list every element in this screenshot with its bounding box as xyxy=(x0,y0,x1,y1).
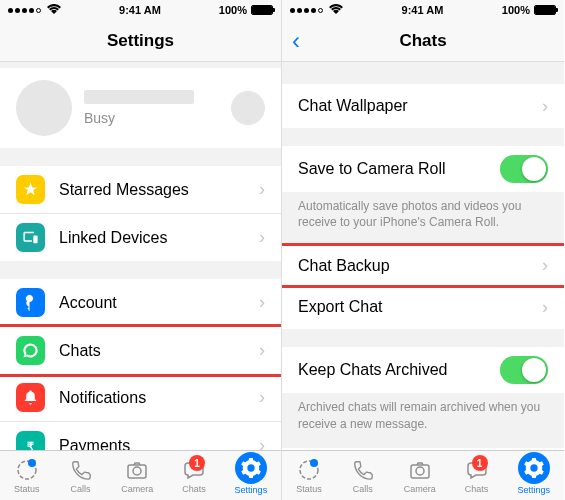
profile-row[interactable]: Busy xyxy=(0,68,281,148)
chevron-icon: › xyxy=(542,297,548,318)
chevron-icon: › xyxy=(259,435,265,450)
chevron-icon: › xyxy=(259,179,265,200)
chevron-icon: › xyxy=(259,292,265,313)
profile-status: Busy xyxy=(84,110,219,126)
footer-archive: Archived chats will remain archived when… xyxy=(282,393,564,441)
toggle-camera-roll[interactable] xyxy=(500,155,548,183)
tab-status[interactable]: Status xyxy=(14,457,40,494)
status-bar: 9:41 AM 100% xyxy=(282,0,564,20)
tab-bar: Status Calls Camera 1 Chats Settings xyxy=(282,450,564,500)
tab-settings[interactable]: Settings xyxy=(235,456,268,495)
status-bar: 9:41 AM 100% xyxy=(0,0,281,20)
toggle-keep-archived[interactable] xyxy=(500,356,548,384)
tab-camera[interactable]: Camera xyxy=(404,457,436,494)
key-icon xyxy=(16,288,45,317)
section-archive: Keep Chats Archived xyxy=(282,347,564,393)
qr-button[interactable] xyxy=(231,91,265,125)
row-linked-devices[interactable]: Linked Devices › xyxy=(0,214,281,261)
chats-settings-screen: 9:41 AM 100% ‹ Chats Chat Wallpaper › Sa… xyxy=(282,0,564,500)
bell-icon xyxy=(16,383,45,412)
tab-bar: Status Calls Camera 1 Chats Settings xyxy=(0,450,281,500)
rupee-icon: ₹ xyxy=(16,431,45,450)
row-chats[interactable]: Chats › xyxy=(0,324,281,377)
row-keep-archived[interactable]: Keep Chats Archived xyxy=(282,347,564,393)
section-actions: Move Chats to Android Archive All Chats xyxy=(282,448,564,450)
gear-icon xyxy=(235,452,267,484)
tab-camera[interactable]: Camera xyxy=(121,457,153,494)
row-save-camera-roll[interactable]: Save to Camera Roll xyxy=(282,146,564,192)
row-account[interactable]: Account › xyxy=(0,279,281,327)
profile-name-redacted xyxy=(84,90,194,104)
row-notifications[interactable]: Notifications › xyxy=(0,374,281,422)
chevron-icon: › xyxy=(542,255,548,276)
footer-camera-roll: Automatically save photos and videos you… xyxy=(282,192,564,240)
nav-bar: Settings xyxy=(0,20,281,62)
gear-icon xyxy=(518,452,550,484)
chats-badge: 1 xyxy=(189,455,205,471)
settings-screen: 9:41 AM 100% Settings Busy Starred Messa… xyxy=(0,0,282,500)
section-wallpaper: Chat Wallpaper › xyxy=(282,84,564,128)
section-camera-roll: Save to Camera Roll xyxy=(282,146,564,192)
status-time: 9:41 AM xyxy=(402,4,444,16)
content: Busy Starred Messages › Linked Devices ›… xyxy=(0,62,281,450)
section-main: Account › Chats › Notifications › ₹ Paym… xyxy=(0,279,281,450)
nav-bar: ‹ Chats xyxy=(282,20,564,62)
row-move-android[interactable]: Move Chats to Android xyxy=(282,448,564,450)
tab-status[interactable]: Status xyxy=(296,457,322,494)
tab-calls[interactable]: Calls xyxy=(68,457,94,494)
nav-title: Settings xyxy=(107,31,174,51)
chevron-icon: › xyxy=(259,227,265,248)
section-starred: Starred Messages › Linked Devices › xyxy=(0,166,281,261)
content: Chat Wallpaper › Save to Camera Roll Aut… xyxy=(282,62,564,450)
section-backup: Chat Backup › Export Chat › xyxy=(282,243,564,329)
link-icon xyxy=(16,223,45,252)
row-chat-backup[interactable]: Chat Backup › xyxy=(282,243,564,288)
chevron-icon: › xyxy=(259,340,265,361)
nav-title: Chats xyxy=(399,31,446,51)
chevron-icon: › xyxy=(542,96,548,117)
svg-point-7 xyxy=(416,467,424,475)
row-chat-wallpaper[interactable]: Chat Wallpaper › xyxy=(282,84,564,128)
row-export-chat[interactable]: Export Chat › xyxy=(282,285,564,329)
svg-text:₹: ₹ xyxy=(27,440,34,450)
row-starred-messages[interactable]: Starred Messages › xyxy=(0,166,281,214)
row-payments[interactable]: ₹ Payments › xyxy=(0,422,281,450)
tab-chats[interactable]: 1 Chats xyxy=(464,457,490,494)
tab-calls[interactable]: Calls xyxy=(350,457,376,494)
tab-settings[interactable]: Settings xyxy=(518,456,551,495)
tab-chats[interactable]: 1 Chats xyxy=(181,457,207,494)
chats-badge: 1 xyxy=(472,455,488,471)
star-icon xyxy=(16,175,45,204)
whatsapp-icon xyxy=(16,336,45,365)
back-button[interactable]: ‹ xyxy=(292,27,300,55)
avatar xyxy=(16,80,72,136)
svg-point-4 xyxy=(133,467,141,475)
status-time: 9:41 AM xyxy=(119,4,161,16)
chevron-icon: › xyxy=(259,387,265,408)
